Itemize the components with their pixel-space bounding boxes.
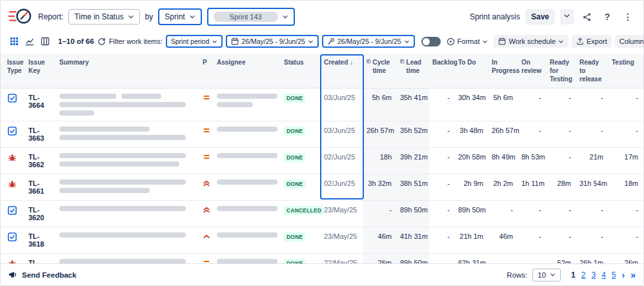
format-label: Format	[458, 37, 480, 45]
more-options-button[interactable]: ⋮	[620, 9, 636, 25]
sprint-analysis-link[interactable]: Sprint analysis	[470, 12, 520, 21]
assignee-redacted	[214, 254, 281, 264]
chevron-down-icon	[128, 14, 134, 20]
todo-cell: 89h 50m	[455, 201, 488, 227]
save-options-button[interactable]	[560, 9, 574, 25]
column-header-ready-for-testing[interactable]: Ready for Testing	[547, 54, 576, 88]
column-header-lead-time[interactable]: Lead time	[397, 54, 429, 88]
chevron-down-icon	[189, 14, 196, 20]
status-badge: DONE	[284, 232, 305, 241]
format-dropdown[interactable]: Format	[444, 36, 491, 48]
issue-key-link[interactable]: TL-3617	[28, 259, 44, 263]
last-page-button[interactable]: »	[630, 270, 636, 280]
table-grid-icon	[400, 58, 405, 65]
ready-to-release-cell: -	[576, 227, 609, 254]
rows-per-page-value: 10	[538, 271, 546, 279]
sprint-period-dropdown[interactable]: Sprint period	[166, 35, 223, 48]
chevron-down-icon	[308, 39, 314, 45]
cycle-time-cell: 18h	[363, 148, 397, 174]
table-row[interactable]: TL-3664 DONE 03/Jun/25 5h 6m 35h 41m - 3…	[1, 88, 643, 121]
export-button[interactable]: Export	[572, 35, 612, 48]
columns-dropdown[interactable]: Columns	[615, 35, 644, 48]
ready-to-release-cell: -	[576, 201, 609, 227]
issue-key-link[interactable]: TL-3663	[28, 127, 44, 142]
chevron-down-icon	[282, 14, 288, 20]
share-icon	[582, 12, 592, 22]
report-type-dropdown[interactable]: Time in Status	[68, 9, 139, 25]
status-badge: DONE	[284, 259, 305, 263]
task-icon	[8, 235, 17, 243]
column-header-on-review[interactable]: On review	[518, 54, 547, 88]
column-header-summary[interactable]: Summary	[56, 54, 199, 88]
chevron-down-icon	[550, 272, 556, 278]
issue-key-link[interactable]: TL-3662	[28, 153, 44, 169]
toggle-knob	[423, 38, 430, 45]
refresh-button[interactable]	[97, 35, 106, 48]
page-link[interactable]: 2	[581, 271, 586, 280]
table-row[interactable]: TL-3663 DONE 03/Jun/25 26h 57m 35h 52m -…	[1, 121, 643, 148]
column-header-todo[interactable]: To Do	[455, 54, 488, 88]
grid-view-button[interactable]	[7, 34, 21, 48]
column-header-testing[interactable]: Testing	[609, 54, 643, 88]
table-header-row: Issue Type Issue Key Summary P Assignee …	[1, 54, 643, 88]
resolved-date-range-dropdown[interactable]: 26/May/25 - 9/Jun/25	[322, 35, 415, 48]
report-label: Report:	[38, 12, 63, 21]
toggle-switch[interactable]	[421, 37, 441, 46]
column-header-assignee[interactable]: Assignee	[214, 54, 281, 88]
issue-key-link[interactable]: TL-3620	[28, 206, 44, 221]
page-link[interactable]: 3	[591, 271, 596, 280]
work-schedule-dropdown[interactable]: Work schedule	[494, 35, 569, 48]
next-page-button[interactable]: ›	[622, 270, 625, 280]
rows-per-page-select[interactable]: 10	[532, 269, 561, 281]
table-row[interactable]: TL-3620 CANCELLED 23/May/25 - 89h 50m - …	[1, 201, 643, 227]
column-header-issue-type[interactable]: Issue Type	[1, 54, 25, 88]
save-button[interactable]: Save	[525, 9, 555, 25]
group-by-dropdown[interactable]: Sprint	[158, 8, 201, 25]
column-header-issue-key[interactable]: Issue Key	[25, 54, 56, 88]
redacted-bar	[217, 127, 277, 132]
testing-cell: 26m	[609, 254, 643, 264]
help-button[interactable]: ?	[599, 9, 615, 25]
created-date-range-dropdown[interactable]: 26/May/25 - 9/Jun/25	[226, 35, 319, 48]
report-type-value: Time in Status	[74, 12, 123, 21]
column-header-in-progress[interactable]: In Progress	[488, 54, 518, 88]
testing-cell: 18m	[609, 174, 643, 201]
column-header-status[interactable]: Status	[281, 54, 321, 88]
table-row[interactable]: TL-3617 DONE 22/May/25 26m 89h 50m - 62h…	[1, 254, 643, 264]
page-link[interactable]: 5	[612, 271, 616, 280]
issue-key-link[interactable]: TL-3618	[28, 232, 44, 248]
view-switcher	[7, 34, 52, 48]
column-header-created[interactable]: Created↓	[321, 54, 363, 88]
rows-per-page-label: Rows:	[507, 271, 527, 279]
column-header-ready-to-release[interactable]: Ready to release	[576, 54, 609, 88]
share-button[interactable]	[579, 9, 594, 25]
assignee-redacted	[214, 121, 281, 148]
redacted-bar	[217, 153, 277, 158]
column-header-cycle-time[interactable]: Cycle time	[363, 54, 397, 88]
ready-to-release-cell: -	[576, 121, 609, 148]
board-view-button[interactable]	[38, 34, 52, 48]
backlog-cell: -	[429, 148, 455, 174]
issue-key-link[interactable]: TL-3661	[28, 179, 44, 195]
backlog-cell: -	[429, 88, 455, 121]
pagination: 1 2345 › »	[571, 270, 636, 280]
page-link[interactable]: 4	[601, 271, 606, 280]
results-count: 1–10 of 66	[58, 37, 94, 45]
table-row[interactable]: TL-3661 DONE 02/Jun/25 3h 32m 38h 51m - …	[1, 174, 643, 201]
format-icon	[447, 37, 455, 46]
table-row[interactable]: TL-3662 DONE 02/Jun/25 18h 39h 21m - 20h…	[1, 148, 643, 174]
sprint-select-dropdown[interactable]: Sprint 143	[207, 8, 295, 26]
lead-time-cell: 35h 52m	[397, 121, 429, 148]
lead-time-cell: 41h 31m	[397, 227, 429, 254]
column-header-priority[interactable]: P	[199, 54, 214, 88]
by-label: by	[145, 12, 154, 21]
send-feedback-button[interactable]: Send Feedback	[8, 270, 76, 280]
ready-to-release-cell: -	[576, 88, 609, 121]
issue-key-link[interactable]: TL-3664	[28, 94, 44, 109]
created-cell: 02/Jun/25	[321, 148, 363, 174]
column-header-backlog[interactable]: Backlog	[429, 54, 455, 88]
table-row[interactable]: TL-3618 DONE 23/May/25 46m 41h 31m - 21h…	[1, 227, 643, 254]
on-review-cell: -	[518, 121, 547, 148]
redacted-bar	[59, 206, 186, 211]
chart-view-button[interactable]	[23, 34, 37, 48]
